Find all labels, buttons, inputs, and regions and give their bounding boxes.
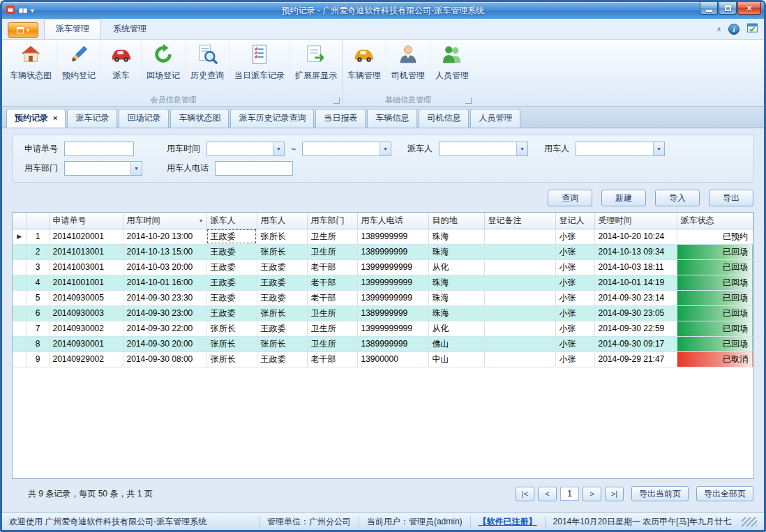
cell-status[interactable]: 已回场 <box>677 275 753 290</box>
table-row[interactable]: 3 20141003001 2014-10-03 20:00 王政委 王政委 老… <box>13 259 753 275</box>
cell-dispatcher[interactable]: 王政委 <box>206 305 257 321</box>
cell-user[interactable]: 张所长 <box>257 336 307 351</box>
cell-destination[interactable]: 珠海 <box>428 290 484 305</box>
cell-order-no[interactable]: 20140930002 <box>49 321 123 336</box>
cell-remark[interactable] <box>484 336 555 351</box>
combo-input[interactable] <box>576 142 653 155</box>
cell-accept-time[interactable]: 2014-10-13 09:34 <box>594 244 677 259</box>
cell-accept-time[interactable]: 2014-09-30 23:05 <box>594 305 677 321</box>
close-button[interactable]: × <box>737 2 761 15</box>
cell-dept[interactable]: 卫生所 <box>307 229 357 244</box>
cell-phone[interactable]: 13999999999 <box>357 259 428 275</box>
cell-remark[interactable] <box>484 229 555 244</box>
tab-close-icon[interactable]: × <box>53 114 57 122</box>
cell-registrar[interactable]: 小张 <box>555 305 594 321</box>
header-user[interactable]: 用车人 <box>257 213 307 229</box>
cell-remark[interactable] <box>484 259 555 275</box>
table-row[interactable]: 5 20140930005 2014-09-30 23:30 王政委 王政委 老… <box>13 290 753 305</box>
cell-dispatcher[interactable]: 王政委 <box>206 244 257 259</box>
cell-use-time[interactable]: 2014-09-30 20:00 <box>123 336 206 351</box>
chevron-down-icon[interactable]: ▼ <box>653 142 664 155</box>
cell-phone[interactable]: 1389999999 <box>357 336 428 351</box>
cell-dispatcher[interactable]: 王政委 <box>206 290 257 305</box>
cell-dispatcher[interactable]: 王政委 <box>206 275 257 290</box>
document-tab[interactable]: 回场记录 × <box>119 109 169 128</box>
header-order-no[interactable]: 申请单号 <box>49 213 123 229</box>
cell-dept[interactable]: 卫生所 <box>307 305 357 321</box>
cell-registrar[interactable]: 小张 <box>555 275 594 290</box>
cell-use-time[interactable]: 2014-09-30 23:00 <box>123 305 206 321</box>
resize-grip[interactable] <box>742 517 757 526</box>
ribbon-button-extend-screen[interactable]: 扩展屏显示 <box>290 40 342 93</box>
info-icon[interactable]: i <box>728 24 739 35</box>
cell-dept[interactable]: 老干部 <box>307 351 357 367</box>
cell-accept-time[interactable]: 2014-10-03 18:11 <box>594 259 677 275</box>
cell-remark[interactable] <box>484 290 555 305</box>
cell-registrar[interactable]: 小张 <box>555 351 594 367</box>
ribbon-button-dispatch[interactable]: 派车 <box>100 40 141 93</box>
document-tab[interactable]: 当日报表 × <box>315 109 366 128</box>
cell-phone[interactable]: 1389999999 <box>357 244 428 259</box>
combo-input[interactable] <box>440 142 516 155</box>
cell-dispatcher[interactable]: 张所长 <box>206 321 257 336</box>
next-page-button[interactable]: > <box>583 487 601 501</box>
sort-desc-icon[interactable]: ▼ <box>199 218 204 223</box>
table-row[interactable]: 8 20140930001 2014-09-30 20:00 张所长 张所长 卫… <box>13 336 753 351</box>
ribbon-button-reservation[interactable]: 预约登记 <box>57 40 100 93</box>
cell-status[interactable]: 已回场 <box>677 305 753 321</box>
cell-status[interactable]: 已取消 <box>677 351 753 367</box>
document-tab[interactable]: 派车记录 × <box>67 109 117 128</box>
cell-user[interactable]: 张所长 <box>257 244 307 259</box>
cell-destination[interactable]: 珠海 <box>428 305 484 321</box>
user-combo[interactable]: ▼ <box>576 142 665 156</box>
cell-status[interactable]: 已回场 <box>677 259 753 275</box>
app-menu-button[interactable]: ▾ <box>8 22 38 38</box>
cell-user[interactable]: 王政委 <box>257 321 307 336</box>
new-button[interactable]: 新建 <box>601 190 646 206</box>
cell-accept-time[interactable]: 2014-09-30 09:17 <box>594 336 677 351</box>
dialog-launcher-icon[interactable] <box>465 98 472 104</box>
cell-user[interactable]: 王政委 <box>257 275 307 290</box>
document-tab[interactable]: 预约记录 × <box>6 109 66 128</box>
cell-user[interactable]: 张所长 <box>257 229 307 244</box>
table-row[interactable]: 9 20140929002 2014-09-30 08:00 张所长 王政委 老… <box>13 351 753 367</box>
cell-dept[interactable]: 卫生所 <box>307 336 357 351</box>
ribbon-button-vehicle-manage[interactable]: 车辆管理 <box>343 40 386 93</box>
cell-order-no[interactable]: 20140930001 <box>49 336 123 351</box>
cell-dept[interactable]: 卫生所 <box>307 321 357 336</box>
cell-remark[interactable] <box>484 321 555 336</box>
dispatcher-combo[interactable]: ▼ <box>439 142 528 156</box>
ribbon-button-vehicle-status[interactable]: 车辆状态图 <box>5 40 57 93</box>
document-tab[interactable]: 车辆状态图 × <box>170 109 229 128</box>
cell-accept-time[interactable]: 2014-09-30 23:14 <box>594 290 677 305</box>
cell-accept-time[interactable]: 2014-10-20 10:24 <box>594 229 677 244</box>
registered-link[interactable]: 【软件已注册】 <box>470 516 545 528</box>
ribbon-button-return-registration[interactable]: 回场登记 <box>141 40 185 93</box>
cell-dispatcher[interactable]: 王政委 <box>206 229 257 244</box>
chevron-down-icon[interactable]: ▼ <box>273 142 284 155</box>
combo-input[interactable] <box>65 162 130 175</box>
cell-destination[interactable]: 珠海 <box>428 275 484 290</box>
cell-order-no[interactable]: 20140930005 <box>49 290 123 305</box>
chevron-down-icon[interactable]: ▼ <box>380 142 391 155</box>
collapse-ribbon-icon[interactable]: ∧ <box>716 26 721 33</box>
cell-dept[interactable]: 老干部 <box>307 290 357 305</box>
header-dept[interactable]: 用车部门 <box>307 213 357 229</box>
header-use-time[interactable]: 用车时间▼ <box>123 213 206 229</box>
cell-remark[interactable] <box>484 244 555 259</box>
cell-order-no[interactable]: 20140930003 <box>49 305 123 321</box>
cell-remark[interactable] <box>484 275 555 290</box>
export-all-pages-button[interactable]: 导出全部页 <box>696 486 753 501</box>
cell-remark[interactable] <box>484 351 555 367</box>
import-button[interactable]: 导入 <box>655 190 700 206</box>
combo-input[interactable] <box>303 142 380 155</box>
cell-registrar[interactable]: 小张 <box>555 244 594 259</box>
table-row[interactable]: 6 20140930003 2014-09-30 23:00 王政委 张所长 卫… <box>13 305 753 321</box>
ribbon-tab[interactable]: 系统管理 <box>101 19 158 39</box>
table-row[interactable]: 4 20141001001 2014-10-01 16:00 王政委 王政委 老… <box>13 275 753 290</box>
use-time-from-combo[interactable]: ▼ <box>206 142 285 156</box>
cell-use-time[interactable]: 2014-10-20 13:00 <box>123 229 206 244</box>
ribbon-tab[interactable]: 派车管理 <box>44 19 101 39</box>
cell-status[interactable]: 已回场 <box>677 244 753 259</box>
cell-registrar[interactable]: 小张 <box>555 259 594 275</box>
